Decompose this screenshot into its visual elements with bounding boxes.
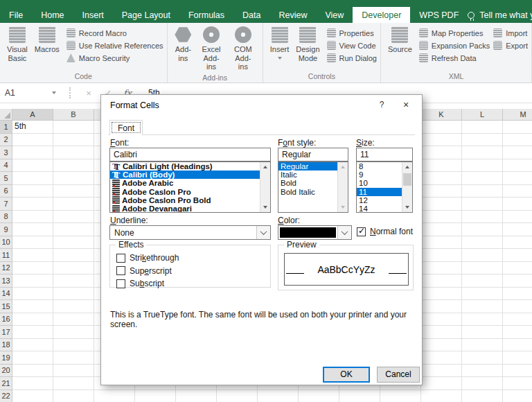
- scroll-down-icon[interactable]: [402, 202, 412, 212]
- ribbon-button-insert[interactable]: Insert: [267, 24, 293, 61]
- grid-cell-L13[interactable]: [462, 274, 503, 288]
- grid-cell-K21[interactable]: [421, 377, 462, 390]
- grid-cell-A14[interactable]: [12, 288, 53, 301]
- font-style-scrollbar[interactable]: [337, 162, 348, 212]
- grid-cell-L3[interactable]: [462, 146, 503, 159]
- font-list-item[interactable]: Adobe Caslon Pro: [110, 188, 270, 196]
- grid-cell-M20[interactable]: [503, 365, 532, 378]
- grid-cell-M19[interactable]: [503, 351, 532, 365]
- grid-row-header-9[interactable]: 9: [0, 223, 12, 236]
- close-icon[interactable]: ×: [397, 98, 415, 112]
- grid-row-header-17[interactable]: 17: [0, 326, 12, 339]
- grid-cell-L12[interactable]: [462, 262, 503, 275]
- grid-row-header-21[interactable]: 21: [0, 377, 12, 390]
- tab-home[interactable]: Home: [32, 7, 73, 23]
- cancel-entry-icon[interactable]: ×: [79, 88, 98, 98]
- grid-cell-K16[interactable]: [421, 313, 462, 326]
- grid-cell-L14[interactable]: [462, 288, 503, 301]
- grid-cell-K9[interactable]: [421, 223, 462, 236]
- grid-cell-A8[interactable]: [12, 211, 53, 224]
- tab-wps-pdf[interactable]: WPS PDF: [410, 7, 468, 23]
- chevron-down-icon[interactable]: [337, 226, 351, 239]
- scroll-down-icon[interactable]: [260, 202, 270, 212]
- ribbon-button-macros[interactable]: Macros: [31, 24, 63, 55]
- grid-row-header-1[interactable]: 1: [0, 121, 12, 134]
- ribbon-button-add-ins[interactable]: Add-ins: [171, 24, 196, 64]
- grid-cell-B19[interactable]: [53, 351, 94, 365]
- tab-formulas[interactable]: Formulas: [179, 7, 233, 23]
- effect-checkbox-strikethrough[interactable]: Strikethrough: [116, 253, 270, 263]
- grid-cell-L15[interactable]: [462, 300, 503, 313]
- grid-cell-J22[interactable]: [380, 390, 421, 402]
- grid-cell-F22[interactable]: [217, 390, 258, 402]
- ribbon-button-com-add-ins[interactable]: COM Add-ins: [227, 24, 259, 73]
- grid-cell-K22[interactable]: [421, 390, 462, 402]
- grid-cell-M12[interactable]: [503, 262, 532, 275]
- grid-row-header-10[interactable]: 10: [0, 236, 12, 250]
- ribbon-button-map-properties[interactable]: Map Properties: [419, 28, 490, 37]
- grid-cell-A13[interactable]: [12, 274, 53, 288]
- font-list-scrollbar[interactable]: [260, 162, 270, 212]
- grid-cell-A17[interactable]: [12, 326, 53, 339]
- grid-cell-K1[interactable]: [421, 121, 462, 134]
- grid-cell-K4[interactable]: [421, 159, 462, 173]
- name-box[interactable]: A1: [0, 83, 62, 103]
- grid-cell-A16[interactable]: [12, 313, 53, 326]
- grid-cell-B2[interactable]: [53, 134, 94, 147]
- grid-cell-M8[interactable]: [503, 211, 532, 224]
- grid-row-header-14[interactable]: 14: [0, 288, 12, 301]
- grid-cell-M14[interactable]: [503, 288, 532, 301]
- grid-cell-A9[interactable]: [12, 223, 53, 236]
- ribbon-button-expansion-packs[interactable]: Expansion Packs: [419, 41, 490, 50]
- grid-cell-B3[interactable]: [53, 146, 94, 159]
- grid-cell-B16[interactable]: [53, 313, 94, 326]
- grid-cell-K13[interactable]: [421, 274, 462, 288]
- tab-insert[interactable]: Insert: [73, 7, 113, 23]
- grid-row-header-22[interactable]: 22: [0, 390, 12, 402]
- grid-cell-A22[interactable]: [12, 390, 53, 402]
- effect-checkbox-subscript[interactable]: Subscript: [116, 279, 270, 288]
- grid-cell-B21[interactable]: [53, 377, 94, 390]
- grid-cell-A6[interactable]: [12, 185, 53, 198]
- grid-cell-L21[interactable]: [462, 377, 503, 390]
- scroll-thumb[interactable]: [403, 173, 411, 186]
- grid-cell-K10[interactable]: [421, 236, 462, 250]
- grid-cell-D22[interactable]: [135, 390, 176, 402]
- grid-cell-K11[interactable]: [421, 249, 462, 262]
- color-dropdown[interactable]: [278, 225, 352, 240]
- grid-cell-B6[interactable]: [53, 185, 94, 198]
- scroll-up-icon[interactable]: [338, 162, 348, 172]
- grid-cell-B9[interactable]: [53, 223, 94, 236]
- grid-cell-K19[interactable]: [421, 351, 462, 365]
- tab-font[interactable]: Font: [109, 120, 143, 135]
- grid-cell-M11[interactable]: [503, 249, 532, 262]
- ribbon-button-refresh-data[interactable]: Refresh Data: [419, 53, 490, 62]
- grid-cell-A3[interactable]: [12, 146, 53, 159]
- font-list-item[interactable]: Adobe Devanagari: [110, 204, 270, 213]
- grid-row-header-13[interactable]: 13: [0, 274, 12, 288]
- grid-cell-M3[interactable]: [503, 146, 532, 159]
- grid-cell-K7[interactable]: [421, 198, 462, 211]
- grid-cell-L10[interactable]: [462, 236, 503, 250]
- grid-cell-M21[interactable]: [503, 377, 532, 390]
- ribbon-button-design-mode[interactable]: Design Mode: [292, 24, 323, 64]
- tab-review[interactable]: Review: [269, 7, 316, 23]
- grid-cell-K5[interactable]: [421, 172, 462, 185]
- font-list-item[interactable]: TTCalibri (Body): [110, 171, 270, 179]
- grid-cell-A4[interactable]: [12, 159, 53, 173]
- grid-cell-K2[interactable]: [421, 134, 462, 147]
- grid-col-header-L[interactable]: L: [462, 109, 503, 121]
- grid-cell-M22[interactable]: [503, 390, 532, 402]
- ok-button[interactable]: OK: [323, 367, 370, 383]
- grid-col-header-A[interactable]: A: [12, 109, 53, 121]
- grid-cell-L1[interactable]: [462, 121, 503, 134]
- grid-row-header-11[interactable]: 11: [0, 249, 12, 262]
- ribbon-button-view-code[interactable]: View Code: [327, 41, 377, 50]
- grid-col-header-B[interactable]: B: [53, 109, 94, 121]
- grid-row-header-3[interactable]: 3: [0, 146, 12, 159]
- grid-col-header-M[interactable]: M: [503, 109, 532, 121]
- grid-cell-B22[interactable]: [53, 390, 94, 402]
- grid-row-header-4[interactable]: 4: [0, 159, 12, 173]
- grid-cell-K14[interactable]: [421, 288, 462, 301]
- grid-cell-H22[interactable]: [299, 390, 339, 402]
